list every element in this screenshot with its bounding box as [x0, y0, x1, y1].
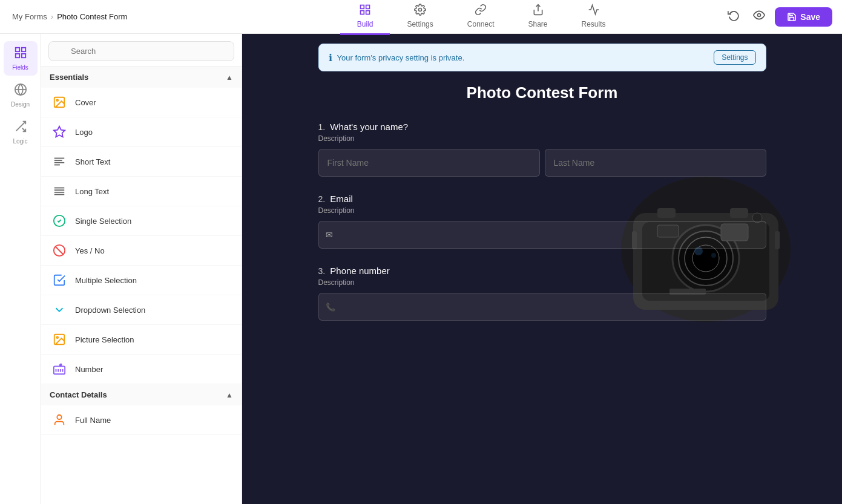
short-text-label: Short Text [75, 157, 110, 166]
field-item-long-text[interactable]: Long Text [41, 177, 242, 206]
search-input[interactable] [48, 41, 234, 61]
logic-icon [14, 120, 27, 136]
tab-results-label: Results [582, 20, 606, 28]
logic-label: Logic [13, 138, 28, 145]
field-item-dropdown[interactable]: Dropdown Selection [41, 295, 242, 325]
single-selection-icon [51, 212, 68, 229]
main-layout: Fields Design Logic [0, 34, 842, 504]
svg-rect-1 [366, 5, 370, 8]
question-2-label: 2. Email [318, 194, 766, 204]
settings-icon [414, 4, 426, 19]
svg-point-16 [56, 99, 58, 101]
design-label: Design [11, 101, 30, 108]
svg-rect-2 [366, 10, 370, 14]
chevron-up-icon-2: ▲ [226, 391, 233, 399]
first-name-input[interactable] [318, 149, 540, 177]
save-button[interactable]: Save [775, 7, 832, 27]
full-name-label: Full Name [75, 416, 111, 425]
svg-rect-9 [21, 54, 25, 57]
field-item-picture-selection[interactable]: Picture Selection [41, 325, 242, 355]
contact-label: Contact Details [50, 390, 107, 399]
field-item-short-text[interactable]: Short Text [41, 147, 242, 177]
svg-point-4 [419, 8, 422, 11]
privacy-banner: ℹ Your form's privacy setting is private… [318, 44, 766, 71]
svg-rect-3 [361, 10, 364, 14]
field-item-number[interactable]: Number [41, 355, 242, 384]
history-button[interactable] [724, 5, 743, 28]
breadcrumb-current: Photo Contest Form [57, 12, 127, 21]
privacy-message: ℹ Your form's privacy setting is private… [329, 52, 465, 64]
email-input[interactable] [318, 221, 766, 249]
tab-share-label: Share [528, 20, 548, 28]
question-1: 1. What's your name? Description [318, 122, 766, 177]
svg-line-28 [56, 247, 64, 255]
fields-icon [14, 46, 27, 62]
yes-no-icon [51, 242, 68, 259]
logo-label: Logo [75, 128, 93, 137]
preview-button[interactable] [749, 5, 769, 28]
number-label: Number [75, 365, 103, 374]
top-navigation: My Forms › Photo Contest Form Build Sett… [0, 0, 842, 34]
phone-input-wrapper: 📞 [318, 293, 766, 321]
privacy-settings-button[interactable]: Settings [714, 50, 755, 65]
cover-label: Cover [75, 98, 96, 107]
info-icon: ℹ [329, 52, 332, 64]
phone-input[interactable] [318, 293, 766, 321]
svg-point-6 [758, 14, 761, 17]
contact-section-header[interactable]: Contact Details ▲ [41, 384, 242, 405]
logo-icon [51, 123, 68, 140]
question-2: 2. Email Description ✉ [318, 194, 766, 249]
question-3-num: 3. [318, 266, 326, 276]
picture-selection-icon [51, 331, 68, 348]
question-2-num: 2. [318, 194, 326, 204]
icon-sidebar: Fields Design Logic [0, 34, 41, 504]
sidebar-item-fields[interactable]: Fields [4, 41, 38, 76]
tab-build[interactable]: Build [340, 0, 390, 35]
yes-no-label: Yes / No [75, 246, 105, 255]
search-box: 🔍 [41, 34, 242, 67]
breadcrumb-separator: › [51, 12, 53, 21]
long-text-label: Long Text [75, 187, 109, 196]
form-container: ℹ Your form's privacy setting is private… [318, 44, 766, 321]
single-selection-label: Single Selection [75, 217, 131, 226]
nav-tabs: Build Settings Connect [248, 0, 714, 35]
field-item-multiple-selection[interactable]: Multiple Selection [41, 266, 242, 295]
phone-icon: 📞 [326, 303, 335, 312]
tab-share[interactable]: Share [511, 0, 565, 35]
picture-selection-label: Picture Selection [75, 335, 134, 344]
dropdown-icon [51, 301, 68, 318]
tab-results[interactable]: Results [565, 0, 623, 35]
preview-area: ℹ Your form's privacy setting is private… [242, 34, 842, 504]
tab-connect[interactable]: Connect [450, 0, 511, 35]
tab-connect-label: Connect [467, 20, 495, 28]
field-item-single-selection[interactable]: Single Selection [41, 206, 242, 236]
fields-label: Fields [12, 64, 28, 71]
field-item-full-name[interactable]: Full Name [41, 405, 242, 435]
essentials-label: Essentials [50, 73, 88, 82]
svg-point-36 [57, 415, 61, 419]
tab-settings[interactable]: Settings [390, 0, 450, 35]
question-3-desc: Description [318, 278, 766, 287]
sidebar-item-design[interactable]: Design [4, 78, 38, 113]
field-item-cover[interactable]: Cover [41, 88, 242, 117]
svg-point-30 [56, 336, 58, 338]
number-icon [51, 361, 68, 378]
tab-settings-label: Settings [407, 20, 433, 28]
breadcrumb: My Forms › Photo Contest Form [0, 12, 248, 21]
question-1-label: 1. What's your name? [318, 122, 766, 132]
question-3: 3. Phone number Description 📞 [318, 266, 766, 321]
short-text-icon [51, 153, 68, 170]
tab-build-label: Build [357, 20, 373, 28]
long-text-icon [51, 183, 68, 200]
essentials-section-header[interactable]: Essentials ▲ [41, 67, 242, 88]
build-icon [359, 4, 371, 19]
field-item-yes-no[interactable]: Yes / No [41, 236, 242, 266]
question-1-num: 1. [318, 122, 326, 132]
last-name-input[interactable] [545, 149, 766, 177]
sidebar-item-logic[interactable]: Logic [4, 115, 38, 149]
breadcrumb-parent[interactable]: My Forms [12, 12, 47, 21]
email-icon: ✉ [326, 230, 333, 240]
fields-panel: 🔍 Essentials ▲ Cover [41, 34, 242, 504]
field-item-logo[interactable]: Logo [41, 117, 242, 147]
share-icon [532, 4, 544, 19]
